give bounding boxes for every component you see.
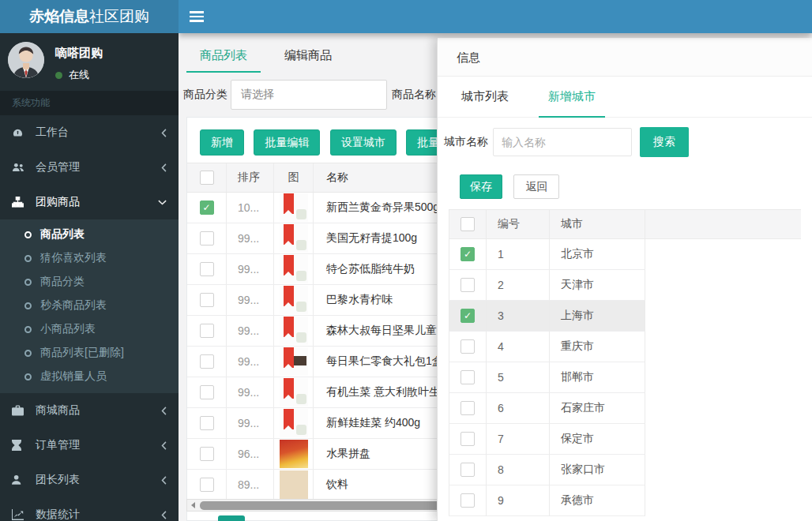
set-city-button[interactable]: 设置城市	[330, 129, 397, 156]
sidebar-item-leaders[interactable]: 团长列表	[0, 463, 179, 497]
city-checkbox[interactable]	[461, 493, 475, 508]
row-checkbox[interactable]	[200, 262, 214, 276]
sort-cell: 99...	[227, 377, 274, 407]
sort-cell: 89...	[227, 470, 274, 500]
modal-tabs: 城市列表 新增城市	[438, 77, 812, 118]
sidebar-item-label: 商城商品	[36, 403, 161, 418]
row-checkbox[interactable]	[200, 447, 214, 461]
filler-cell	[645, 362, 801, 393]
city-checkbox[interactable]	[461, 432, 475, 446]
city-checkbox[interactable]	[461, 401, 475, 415]
product-thumb	[280, 378, 308, 407]
sort-cell: 10...	[227, 193, 274, 223]
sidebar-item-group-products[interactable]: 团购商品	[0, 185, 179, 219]
filler-cell	[645, 301, 801, 332]
row-checkbox[interactable]	[200, 201, 214, 215]
city-id-cell: 9	[487, 485, 550, 516]
tab-product-list[interactable]: 商品列表	[186, 39, 261, 73]
pagination-button[interactable]	[218, 515, 245, 521]
city-name-cell: 天津市	[550, 270, 645, 301]
city-id-cell: 7	[487, 424, 550, 455]
users-icon	[12, 162, 29, 173]
category-filter-label: 商品分类	[183, 88, 227, 102]
ribbon-tag-icon	[284, 317, 294, 337]
product-thumb	[280, 470, 308, 499]
row-checkbox[interactable]	[200, 231, 214, 246]
category-select[interactable]: 请选择	[231, 80, 387, 110]
city-row: 6 石家庄市	[449, 393, 801, 424]
submenu-item[interactable]: 虚拟销量人员	[0, 365, 179, 388]
city-name-input[interactable]	[493, 128, 632, 156]
city-name-header: 城市	[550, 210, 645, 238]
brand-bold: 赤焰信息	[29, 6, 89, 27]
user-name: 嘀嗒团购	[55, 46, 103, 61]
batch-edit-button[interactable]: 批量编辑	[254, 129, 320, 156]
city-table-header: 编号 城市	[449, 209, 801, 239]
brand-logo[interactable]: 赤焰信息社区团购	[0, 0, 179, 33]
sidebar-toggle-button[interactable]	[179, 0, 215, 33]
city-id-cell: 2	[487, 270, 550, 301]
scroll-left-arrow-icon[interactable]	[187, 500, 198, 511]
sidebar-item-mall-products[interactable]: 商城商品	[0, 393, 179, 428]
product-thumb	[280, 224, 308, 253]
submenu-item[interactable]: 秒杀商品列表	[0, 294, 179, 317]
add-button[interactable]: 新增	[200, 129, 244, 156]
ribbon-tag-icon	[284, 255, 294, 275]
city-name-cell: 张家口市	[550, 455, 645, 485]
city-row: 3 上海市	[449, 301, 801, 332]
sidebar-item-label: 团长列表	[36, 473, 161, 487]
row-checkbox[interactable]	[200, 478, 214, 492]
sidebar-menu: 工作台 会员管理 团购商品 商品列表	[0, 115, 179, 521]
submenu-item-label: 小商品列表	[40, 322, 96, 336]
row-checkbox[interactable]	[200, 324, 214, 338]
tab-city-list[interactable]: 城市列表	[452, 77, 518, 118]
product-thumb	[280, 409, 308, 437]
save-button[interactable]: 保存	[460, 174, 502, 199]
online-dot-icon	[55, 72, 62, 79]
row-checkbox[interactable]	[200, 416, 214, 430]
submenu-item[interactable]: 小商品列表	[0, 317, 179, 341]
sidebar-item-stats[interactable]: 数据统计	[0, 497, 179, 521]
sidebar-item-orders[interactable]: 订单管理	[0, 428, 179, 463]
submenu-item-label: 秒杀商品列表	[40, 298, 107, 313]
submenu-item[interactable]: 商品分类	[0, 270, 179, 294]
city-select-all-checkbox[interactable]	[461, 217, 475, 231]
city-id-cell: 4	[487, 332, 550, 362]
chevron-down-icon	[158, 200, 167, 205]
ribbon-tag-icon	[284, 347, 294, 368]
submenu-item[interactable]: 商品列表[已删除]	[0, 341, 179, 365]
circle-o-icon	[24, 302, 32, 309]
city-checkbox[interactable]	[461, 463, 475, 477]
city-search-bar: 城市名称 搜索	[438, 118, 812, 167]
sort-cell: 99...	[227, 408, 274, 438]
submenu-item[interactable]: 猜你喜欢列表	[0, 246, 179, 270]
city-name-cell: 北京市	[550, 239, 645, 270]
select-all-checkbox[interactable]	[200, 171, 214, 185]
user-plus-icon	[12, 474, 29, 485]
submenu-item[interactable]: 商品列表	[0, 223, 179, 246]
city-checkbox[interactable]	[461, 309, 475, 323]
user-status: 在线	[55, 68, 103, 82]
back-button[interactable]: 返回	[513, 174, 559, 199]
search-button[interactable]: 搜索	[640, 127, 689, 157]
sidebar-item-label: 会员管理	[36, 160, 161, 174]
city-checkbox[interactable]	[461, 247, 475, 261]
sidebar-item-members[interactable]: 会员管理	[0, 150, 179, 185]
row-checkbox[interactable]	[200, 385, 214, 399]
user-info: 嘀嗒团购 在线	[55, 40, 103, 84]
tab-add-city[interactable]: 新增城市	[539, 77, 605, 118]
sidebar-item-workbench[interactable]: 工作台	[0, 115, 179, 150]
city-checkbox[interactable]	[461, 339, 475, 354]
filler-cell	[645, 485, 801, 516]
filler-cell	[645, 270, 801, 301]
row-checkbox[interactable]	[200, 293, 214, 307]
status-label: 在线	[69, 68, 89, 82]
city-id-cell: 8	[487, 455, 550, 485]
row-checkbox[interactable]	[200, 354, 214, 369]
city-checkbox[interactable]	[461, 370, 475, 384]
city-id-cell: 6	[487, 393, 550, 424]
tab-edit-product[interactable]: 编辑商品	[271, 39, 345, 73]
city-drawer-modal: 信息 城市列表 新增城市 城市名称 搜索 保存 返回 编号 城市	[437, 38, 812, 521]
city-checkbox[interactable]	[461, 278, 475, 292]
product-thumb	[280, 440, 308, 468]
